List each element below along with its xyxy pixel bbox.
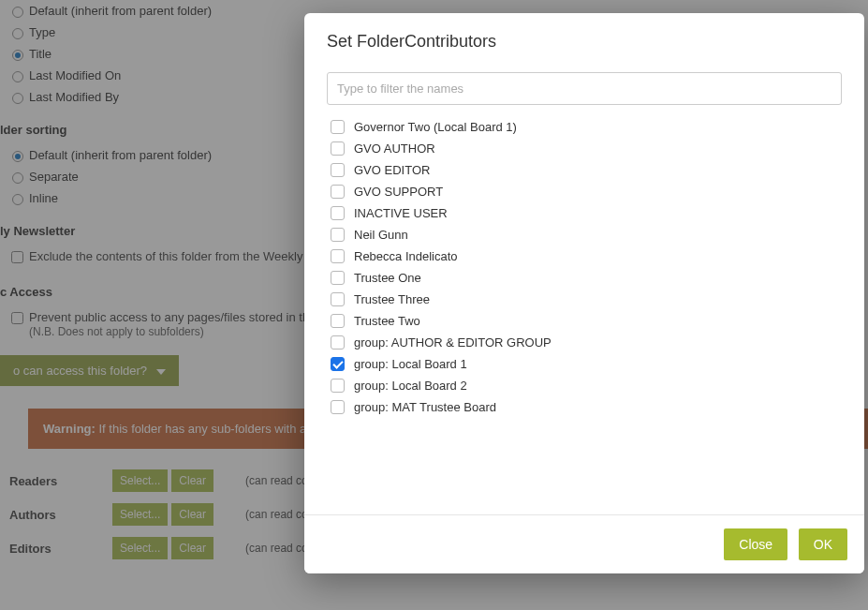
contributor-checkbox[interactable] — [331, 379, 345, 393]
contributor-row[interactable]: Governor Two (Local Board 1) — [327, 116, 842, 138]
contributor-row[interactable]: Trustee One — [327, 267, 842, 289]
contributor-checkbox[interactable] — [331, 249, 345, 263]
contributor-row[interactable]: group: MAT Trustee Board — [327, 396, 842, 418]
close-button[interactable]: Close — [724, 528, 787, 560]
contributor-checkbox[interactable] — [331, 206, 345, 220]
modal-title: Set FolderContributors — [304, 13, 864, 61]
contributor-checkbox[interactable] — [331, 120, 345, 134]
contributor-checkbox[interactable] — [331, 314, 345, 328]
contributor-checkbox[interactable] — [331, 228, 345, 242]
contributor-checkbox[interactable] — [331, 357, 345, 371]
contributor-row[interactable]: INACTIVE USER — [327, 202, 842, 224]
contributor-row[interactable]: GVO EDITOR — [327, 159, 842, 181]
contributor-label: group: MAT Trustee Board — [354, 400, 496, 414]
contributor-checkbox[interactable] — [331, 335, 345, 350]
contributor-label: GVO SUPPORT — [354, 185, 443, 199]
modal-body: Governor Two (Local Board 1)GVO AUTHORGV… — [304, 61, 864, 514]
contributor-checkbox[interactable] — [331, 292, 345, 306]
ok-button[interactable]: OK — [799, 528, 847, 560]
modal-footer: Close OK — [304, 514, 864, 573]
contributor-row[interactable]: group: Local Board 1 — [327, 353, 842, 375]
contributor-row[interactable]: Trustee Two — [327, 310, 842, 332]
contributor-checkbox[interactable] — [331, 141, 345, 156]
filter-names-input[interactable] — [327, 72, 842, 105]
contributor-label: Rebecca Indelicato — [354, 249, 458, 263]
contributor-label: GVO EDITOR — [354, 163, 430, 177]
contributor-row[interactable]: group: Local Board 2 — [327, 375, 842, 396]
contributor-label: Governor Two (Local Board 1) — [354, 120, 517, 134]
contributor-checkbox[interactable] — [331, 163, 345, 177]
contributor-row[interactable]: Trustee Three — [327, 289, 842, 310]
contributor-label: Trustee Two — [354, 314, 420, 328]
set-contributors-modal: Set FolderContributors Governor Two (Loc… — [304, 13, 864, 573]
contributor-row[interactable]: group: AUTHOR & EDITOR GROUP — [327, 332, 842, 353]
contributor-list: Governor Two (Local Board 1)GVO AUTHORGV… — [327, 116, 842, 418]
contributor-label: INACTIVE USER — [354, 206, 448, 220]
contributor-row[interactable]: GVO SUPPORT — [327, 181, 842, 202]
contributor-checkbox[interactable] — [331, 271, 345, 285]
contributor-row[interactable]: Neil Gunn — [327, 224, 842, 245]
contributor-label: GVO AUTHOR — [354, 141, 435, 156]
contributor-label: group: Local Board 1 — [354, 357, 467, 371]
contributor-label: group: AUTHOR & EDITOR GROUP — [354, 335, 552, 350]
contributor-label: Trustee One — [354, 271, 421, 285]
contributor-checkbox[interactable] — [331, 185, 345, 199]
contributor-label: group: Local Board 2 — [354, 379, 467, 393]
contributor-checkbox[interactable] — [331, 400, 345, 414]
contributor-row[interactable]: GVO AUTHOR — [327, 138, 842, 159]
contributor-row[interactable]: Rebecca Indelicato — [327, 245, 842, 267]
contributor-label: Neil Gunn — [354, 228, 408, 242]
contributor-label: Trustee Three — [354, 292, 430, 306]
